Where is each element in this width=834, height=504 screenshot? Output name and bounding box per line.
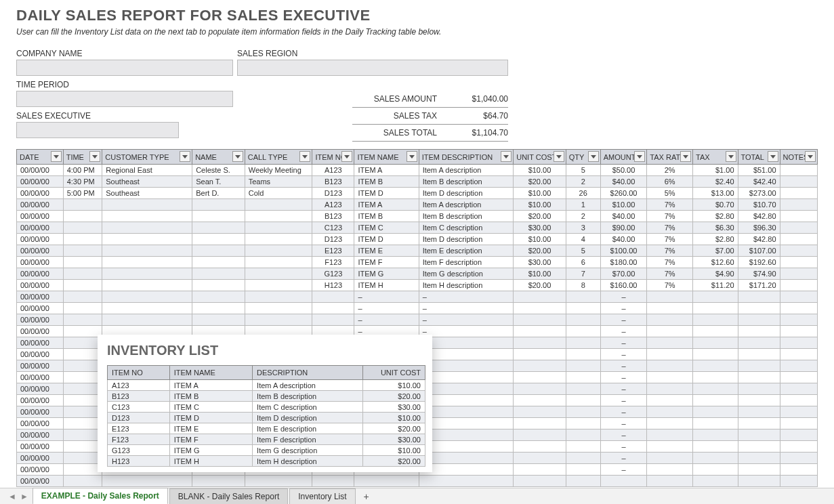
cell-notes[interactable] [780,176,817,188]
cell-rate[interactable] [647,395,693,406]
inv-cell-uc[interactable]: $20.00 [363,456,425,467]
cell-tot[interactable] [738,360,780,372]
cell-tot[interactable] [738,314,780,326]
cell-time[interactable]: 4:30 PM [63,176,102,188]
cell-qty[interactable] [566,372,600,383]
cell-time[interactable] [63,337,102,349]
inv-cell-no[interactable]: D123 [108,413,170,423]
inv-col-no[interactable]: ITEM NO [108,366,170,380]
cell-ino[interactable]: F123 [312,257,354,268]
cell-amt[interactable]: – [600,337,647,349]
col-header-time[interactable]: TIME [63,150,102,165]
cell-iname[interactable] [354,476,419,487]
cell-amt[interactable]: – [600,453,647,464]
cell-tax[interactable]: $7.00 [693,245,738,257]
cell-desc[interactable] [419,476,514,487]
cell-iname[interactable]: ITEM B [354,211,419,222]
cell-notes[interactable] [780,406,817,418]
filter-tot-icon[interactable] [768,151,778,162]
cell-ino[interactable]: D123 [312,188,354,199]
filter-uc-icon[interactable] [554,151,564,162]
cell-tax[interactable] [693,395,738,406]
cell-uc[interactable] [514,476,566,487]
col-header-amt[interactable]: AMOUNT [600,150,647,165]
cell-amt[interactable]: – [600,383,647,395]
cell-desc[interactable]: Item D description [419,188,514,199]
cell-amt[interactable]: – [600,349,647,360]
cell-tot[interactable]: $96.30 [738,222,780,234]
cell-rate[interactable] [647,476,693,487]
tab-nav-next-icon[interactable]: ► [20,492,28,501]
filter-call-icon[interactable] [299,151,310,162]
inv-cell-desc[interactable]: Item H description [253,456,363,467]
cell-qty[interactable] [566,441,600,453]
cell-ino[interactable]: D123 [312,234,354,245]
cell-tax[interactable]: $0.70 [693,199,738,211]
cell-date[interactable]: 00/00/00 [17,418,64,429]
cell-tot[interactable]: $107.00 [738,245,780,257]
cell-amt[interactable]: – [600,303,647,314]
cell-notes[interactable] [780,234,817,245]
cell-desc[interactable] [419,337,514,349]
cell-date[interactable]: 00/00/00 [17,234,64,245]
cell-date[interactable]: 00/00/00 [17,176,64,188]
cell-iname[interactable]: ITEM F [354,257,419,268]
cell-date[interactable]: 00/00/00 [17,349,64,360]
inv-cell-uc[interactable]: $10.00 [363,380,425,391]
cell-time[interactable] [63,314,102,326]
cell-call[interactable] [245,476,312,487]
inv-cell-desc[interactable]: Item G description [253,445,363,456]
cell-time[interactable] [63,245,102,257]
cell-ino[interactable]: H123 [312,280,354,291]
cell-iname[interactable]: ITEM B [354,176,419,188]
cell-tot[interactable] [738,349,780,360]
cell-amt[interactable]: $180.00 [600,257,647,268]
cell-tax[interactable] [693,349,738,360]
cell-amt[interactable]: $50.00 [600,165,647,176]
cell-cust[interactable] [102,303,192,314]
cell-rate[interactable]: 6% [647,176,693,188]
inv-row[interactable]: B123ITEM BItem B description$20.00 [108,391,425,402]
cell-date[interactable]: 00/00/00 [17,199,64,211]
cell-date[interactable]: 00/00/00 [17,406,64,418]
cell-cust[interactable] [102,314,192,326]
cell-time[interactable]: 5:00 PM [63,188,102,199]
cell-cust[interactable] [102,222,192,234]
cell-ino[interactable]: A123 [312,165,354,176]
cell-rate[interactable]: 7% [647,234,693,245]
inv-cell-name[interactable]: ITEM H [169,456,252,467]
cell-uc[interactable] [514,291,566,303]
cell-amt[interactable]: – [600,429,647,441]
cell-date[interactable]: 00/00/00 [17,268,64,280]
cell-notes[interactable] [780,268,817,280]
col-header-ino[interactable]: ITEM NO [312,150,354,165]
filter-notes-icon[interactable] [805,151,816,162]
cell-time[interactable] [63,222,102,234]
cell-tot[interactable] [738,441,780,453]
cell-tot[interactable]: $42.80 [738,234,780,245]
cell-amt[interactable]: – [600,291,647,303]
tab-example-daily-sales[interactable]: EXAMPLE - Daily Sales Report [33,488,168,504]
cell-tot[interactable] [738,372,780,383]
cell-notes[interactable] [780,372,817,383]
cell-notes[interactable] [780,257,817,268]
cell-tax[interactable]: $2.40 [693,176,738,188]
cell-uc[interactable]: $30.00 [514,222,566,234]
cell-desc[interactable]: Item C description [419,222,514,234]
cell-notes[interactable] [780,188,817,199]
cell-amt[interactable]: – [600,314,647,326]
cell-desc[interactable] [419,383,514,395]
cell-time[interactable] [63,453,102,464]
cell-uc[interactable] [514,372,566,383]
cell-time[interactable] [63,464,102,476]
inv-cell-desc[interactable]: Item C description [253,402,363,413]
cell-iname[interactable]: ITEM D [354,234,419,245]
cell-time[interactable] [63,406,102,418]
cell-tax[interactable]: $2.80 [693,211,738,222]
inv-cell-desc[interactable]: Item A description [253,380,363,391]
table-row[interactable]: 00/00/00––– [17,314,818,326]
cell-time[interactable] [63,418,102,429]
cell-name[interactable] [192,211,245,222]
inv-cell-desc[interactable]: Item F description [253,434,363,445]
cell-amt[interactable]: $70.00 [600,268,647,280]
